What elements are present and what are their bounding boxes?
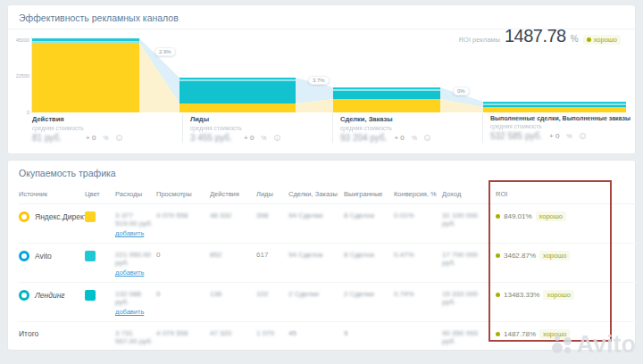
bar1-yellow[interactable] bbox=[32, 43, 139, 112]
won-value: 9 bbox=[344, 322, 394, 352]
stage-title: Лиды bbox=[190, 115, 325, 123]
stage-title: Сделки, Заказы bbox=[340, 115, 475, 123]
roi-status: хорошо bbox=[547, 291, 570, 299]
views-value: 4 079 556 bbox=[156, 322, 210, 352]
stage-value: 532 585 руб. bbox=[490, 131, 542, 141]
expenses-value: 3 377 519.00 руб. bbox=[115, 211, 153, 228]
source-name[interactable]: Лендинг bbox=[35, 291, 65, 300]
won-value: 8 Сделок bbox=[344, 244, 394, 283]
stage-card-actions: Действия средняя стоимость 81 руб. + 0 %… bbox=[32, 113, 182, 143]
actions-value: 46 332 bbox=[210, 204, 256, 244]
income-value: 15 333 000 руб. bbox=[442, 283, 496, 322]
stage-delta: + 0 bbox=[244, 134, 254, 142]
col-expenses[interactable]: Расходы bbox=[115, 184, 156, 204]
stage-card-deals: Сделки, Заказы средняя стоимость 93 204 … bbox=[332, 113, 482, 143]
bar2-lightcyan-stripe[interactable] bbox=[180, 79, 296, 81]
funnel-chart[interactable] bbox=[32, 37, 626, 112]
landing-icon bbox=[19, 290, 29, 301]
add-expense-link[interactable]: добавить bbox=[115, 229, 144, 237]
roi-value: 1487.78% bbox=[504, 330, 536, 338]
bar4-yellow[interactable] bbox=[483, 107, 626, 112]
income-value: 31 100 000 руб. bbox=[442, 204, 496, 244]
source-name[interactable]: Avito bbox=[35, 252, 52, 261]
stage-delta-unit: % bbox=[261, 135, 266, 141]
col-views[interactable]: Просмотры bbox=[156, 184, 210, 204]
status-dot-icon bbox=[496, 332, 500, 336]
bar1-cyan-stripe[interactable] bbox=[32, 38, 139, 41]
col-color[interactable]: Цвет bbox=[85, 184, 115, 204]
bar3-lightcyan-stripe[interactable] bbox=[333, 89, 440, 91]
roi-value: 849.01% bbox=[504, 212, 532, 220]
col-roi[interactable]: ROI bbox=[496, 184, 637, 204]
deals-value: 94 Сделок bbox=[288, 244, 344, 283]
stage-subtitle: средняя стоимость bbox=[190, 125, 325, 131]
col-income[interactable]: Доход bbox=[442, 184, 496, 204]
avito-watermark: Avito bbox=[552, 331, 637, 359]
bar2-cyan-stripe[interactable] bbox=[180, 78, 296, 79]
table-header-row: Источник Цвет Расходы Просмотры Действия… bbox=[19, 184, 637, 204]
table-row-avito: Avito 221 950.00 руб. добавить 0 852 617… bbox=[19, 244, 637, 283]
yandex-direct-icon bbox=[19, 211, 29, 222]
status-dot-icon bbox=[496, 253, 500, 258]
color-swatch-teal[interactable] bbox=[85, 290, 96, 301]
bar2-yellow[interactable] bbox=[180, 103, 296, 112]
bar2-cyan[interactable] bbox=[180, 81, 296, 103]
bar3-yellow[interactable] bbox=[333, 99, 440, 112]
bar1-lightcyan-stripe[interactable] bbox=[32, 41, 139, 43]
stage-value: 81 руб. bbox=[32, 133, 79, 143]
color-swatch-yellow[interactable] bbox=[85, 211, 96, 222]
add-expense-link[interactable]: добавить bbox=[115, 308, 144, 316]
stage-delta-unit: % bbox=[412, 135, 417, 141]
stage-subtitle: средняя стоимость bbox=[490, 123, 619, 129]
conversion-value: 0.74% bbox=[394, 283, 442, 322]
stage-delta: + 0 bbox=[549, 132, 559, 140]
bar3-cyan[interactable] bbox=[333, 91, 440, 99]
deals-value: 94 Сделки bbox=[288, 204, 344, 244]
stage-card-leads: Лиды средняя стоимость 3 455 руб. + 0 % … bbox=[182, 113, 332, 143]
bar4-lightcyan-stripe[interactable] bbox=[483, 103, 626, 105]
stage-subtitle: средняя стоимость bbox=[340, 125, 475, 131]
col-won[interactable]: Выигранные bbox=[344, 184, 394, 204]
income-value: 90 350 993 руб. bbox=[442, 322, 496, 352]
y-tick-45000: 45000 bbox=[10, 37, 29, 43]
deals-value: 45 bbox=[288, 322, 344, 352]
stage-cards-row: Действия средняя стоимость 81 руб. + 0 %… bbox=[32, 113, 626, 143]
roi-value: 3462.87% bbox=[504, 252, 536, 260]
transition-chip-2: 3.7% bbox=[308, 76, 330, 85]
bar3-cyan-stripe[interactable] bbox=[333, 87, 440, 89]
views-value: 4 079 556 bbox=[156, 204, 210, 244]
col-leads[interactable]: Лиды bbox=[256, 184, 288, 204]
add-expense-link[interactable]: добавить bbox=[115, 269, 144, 277]
roi-status: хорошо bbox=[539, 212, 563, 220]
col-source[interactable]: Источник bbox=[19, 184, 85, 204]
traffic-table: Источник Цвет Расходы Просмотры Действия… bbox=[19, 184, 637, 351]
color-swatch-cyan[interactable] bbox=[85, 251, 96, 261]
status-dot-icon bbox=[496, 214, 500, 219]
roi-cell: 13483.33% хорошо bbox=[496, 290, 633, 300]
col-deals[interactable]: Сделки, Заказы bbox=[288, 184, 344, 204]
col-conversion[interactable]: Конверсия, % bbox=[394, 184, 442, 204]
source-name[interactable]: Яндекс.Директ bbox=[35, 212, 88, 221]
bar4-cyan-stripe[interactable] bbox=[483, 102, 626, 103]
watermark-text: Avito bbox=[577, 331, 637, 359]
won-value: 8 Сделок bbox=[344, 204, 394, 244]
info-icon[interactable]: i bbox=[580, 133, 586, 139]
info-icon[interactable]: i bbox=[424, 135, 430, 141]
views-value: 0 bbox=[156, 283, 210, 322]
leads-value: 102 bbox=[256, 283, 288, 322]
expenses-value: 221 950.00 руб. bbox=[115, 251, 151, 267]
leads-value: 1 079 bbox=[256, 322, 288, 352]
col-actions[interactable]: Действия bbox=[210, 184, 256, 204]
stage-delta-unit: % bbox=[566, 133, 572, 139]
avito-logo-icon bbox=[552, 334, 575, 357]
stage-delta: + 0 bbox=[394, 134, 404, 142]
status-dot-icon bbox=[496, 293, 500, 297]
roi-status: хорошо bbox=[543, 252, 566, 260]
bar4-cyan[interactable] bbox=[483, 105, 626, 107]
info-icon[interactable]: i bbox=[274, 135, 280, 141]
table-row-yandex-direct: Яндекс.Директ 3 377 519.00 руб. добавить… bbox=[19, 204, 637, 244]
info-icon[interactable]: i bbox=[116, 135, 122, 141]
table-row-total: Итого 3 731 557.00 руб. 4 079 556 47 320… bbox=[19, 322, 637, 352]
roi-cell: 3462.87% хорошо bbox=[496, 251, 633, 261]
stage-delta: + 0 bbox=[86, 134, 96, 142]
